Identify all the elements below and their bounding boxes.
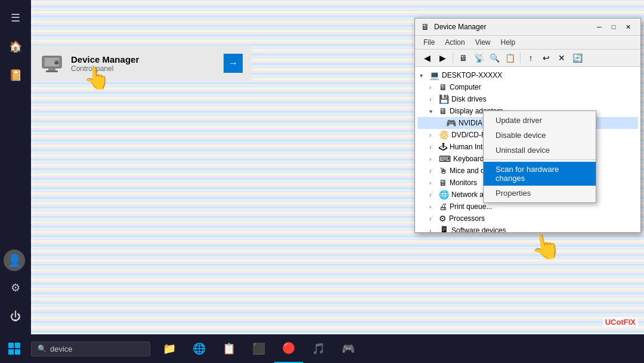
best-match-text: Device Manager Control panel [71, 54, 216, 73]
toolbar-separator-2 [520, 53, 521, 63]
toolbar-update-button[interactable]: ↑ [524, 51, 538, 64]
toolbar-uninstall-button[interactable]: ✕ [555, 51, 569, 64]
window-menubar: File Action View Help [415, 36, 640, 50]
tree-root-label: DESKTOP-XXXXX [442, 71, 502, 79]
menu-help[interactable]: Help [497, 37, 519, 48]
tree-processors[interactable]: › ⚙ Processors [417, 213, 638, 224]
window-titlebar: 🖥 Device Manager ─ □ ✕ [415, 19, 640, 36]
taskbar-search-box[interactable]: 🔍 device [31, 342, 150, 356]
maximize-button[interactable]: □ [607, 21, 620, 32]
tree-software-devices[interactable]: › 📱 Software devices [417, 224, 638, 232]
taskbar-app-file-explorer[interactable]: 📁 [155, 334, 184, 363]
best-match-subtitle: Control panel [71, 64, 216, 73]
toolbar-separator-1 [453, 53, 453, 63]
hid-icon: 🕹 [439, 142, 447, 152]
display-adapters-icon: 🖥 [439, 106, 447, 116]
network-icon: 🌐 [439, 190, 449, 199]
sidebar-hamburger-button[interactable]: ☰ [4, 6, 27, 30]
disk-drives-icon: 💾 [439, 94, 449, 104]
tree-root[interactable]: ▾ 💻 DESKTOP-XXXXX [417, 69, 638, 81]
watermark: UCotFIX [603, 317, 638, 327]
mice-icon: 🖱 [439, 166, 447, 176]
expand-processors-icon: › [429, 216, 436, 222]
toolbar-properties-button[interactable]: 📋 [503, 51, 517, 64]
taskbar-app-extra[interactable]: 🎵 [304, 334, 333, 363]
nvidia-icon: 🎮 [446, 118, 456, 128]
tree-processors-label: Processors [449, 214, 485, 223]
taskbar-app-store[interactable]: 📋 [215, 334, 243, 363]
sidebar-home-button[interactable]: 🏠 [4, 35, 27, 59]
print-icon: 🖨 [439, 202, 447, 211]
svg-rect-3 [46, 70, 58, 72]
expand-hid-icon: › [429, 144, 436, 150]
windows-logo-icon [8, 343, 20, 355]
best-match-arrow[interactable]: → [224, 54, 243, 73]
expand-computer-icon: › [429, 84, 436, 91]
menu-action[interactable]: Action [441, 37, 468, 48]
close-button[interactable]: ✕ [621, 21, 634, 32]
start-button[interactable] [0, 334, 29, 363]
taskbar-app-shield[interactable]: 🔴 [274, 334, 303, 363]
expand-network-icon: › [429, 192, 436, 198]
tree-computer[interactable]: › 🖥 Computer [417, 81, 638, 93]
tree-disk-drives-label: Disk drives [451, 95, 487, 103]
menu-view[interactable]: View [472, 37, 494, 48]
sidebar-icons: ☰ 🏠 📔 👤 ⚙ ⏻ [0, 0, 31, 334]
svg-point-4 [54, 60, 59, 64]
toolbar-rollback-button[interactable]: ↩ [539, 51, 553, 64]
window-controls: ─ □ ✕ [593, 21, 634, 32]
expand-keyboards-icon: › [429, 156, 436, 162]
monitors-icon: 🖥 [439, 178, 447, 187]
tree-software-label: Software devices [451, 226, 506, 232]
taskbar-app-chrome[interactable]: 🌐 [185, 334, 213, 363]
ctx-separator [484, 159, 596, 160]
sidebar-settings-button[interactable]: ⚙ [4, 276, 27, 300]
minimize-button[interactable]: ─ [593, 21, 606, 32]
taskbar: 🔍 device 📁 🌐 📋 ⬛ 🔴 🎵 🎮 [0, 334, 644, 363]
taskbar-app-extra2[interactable]: 🎮 [334, 334, 363, 363]
ctx-properties[interactable]: Properties [484, 186, 596, 201]
ctx-scan-hardware[interactable]: Scan for hardware changes [484, 162, 596, 186]
expand-monitors-icon: › [429, 180, 436, 186]
menu-file[interactable]: File [420, 37, 438, 48]
context-menu: Update driver Disable device Uninstall d… [483, 110, 596, 203]
toolbar-forward-button[interactable]: ▶ [435, 51, 450, 64]
window-toolbar: ◀ ▶ 🖥 📡 🔍 📋 ↑ ↩ ✕ 🔄 [415, 50, 640, 67]
expand-dvd-icon: › [429, 132, 436, 139]
sidebar-user-avatar[interactable]: 👤 [4, 250, 25, 271]
toolbar-back-button[interactable]: ◀ [420, 51, 434, 64]
expand-mice-icon: › [429, 168, 436, 174]
device-manager-icon [40, 51, 64, 75]
dvd-icon: 📀 [439, 130, 449, 140]
sidebar-notebook-button[interactable]: 📔 [4, 63, 27, 87]
toolbar-scan-hw-button[interactable]: 🔄 [570, 51, 584, 64]
toolbar-scan-button[interactable]: 🔍 [487, 51, 501, 64]
root-icon: 💻 [429, 70, 439, 80]
tree-monitors-label: Monitors [450, 179, 477, 187]
expand-display-adapters-icon: ▾ [429, 108, 436, 115]
taskbar-search-icon: 🔍 [38, 344, 47, 353]
taskbar-search-text: device [50, 344, 73, 353]
software-icon: 📱 [439, 226, 449, 232]
tree-computer-label: Computer [450, 83, 481, 91]
svg-rect-2 [48, 68, 55, 70]
ctx-disable-device[interactable]: Disable device [484, 128, 596, 143]
window-title-icon: 🖥 [421, 22, 429, 32]
toolbar-network-button[interactable]: 📡 [472, 51, 486, 64]
taskbar-app-cmd[interactable]: ⬛ [244, 334, 273, 363]
keyboards-icon: ⌨ [439, 154, 451, 164]
tree-print-label: Print queue... [450, 202, 492, 211]
expand-disk-drives-icon: › [429, 96, 436, 103]
sidebar-power-button[interactable]: ⏻ [4, 304, 27, 328]
ctx-uninstall-device[interactable]: Uninstall device [484, 143, 596, 158]
best-match-title: Device Manager [71, 54, 216, 64]
computer-icon: 🖥 [439, 82, 447, 92]
ctx-update-driver[interactable]: Update driver [484, 113, 596, 128]
tree-keyboards-label: Keyboards [453, 155, 487, 163]
tree-disk-drives[interactable]: › 💾 Disk drives [417, 93, 638, 105]
window-title-text: Device Manager [434, 23, 588, 31]
toolbar-computer-button[interactable]: 🖥 [456, 51, 470, 64]
best-match-item[interactable]: Device Manager Control panel → [31, 45, 252, 81]
processors-icon: ⚙ [439, 214, 447, 223]
expand-software-icon: › [429, 227, 436, 233]
